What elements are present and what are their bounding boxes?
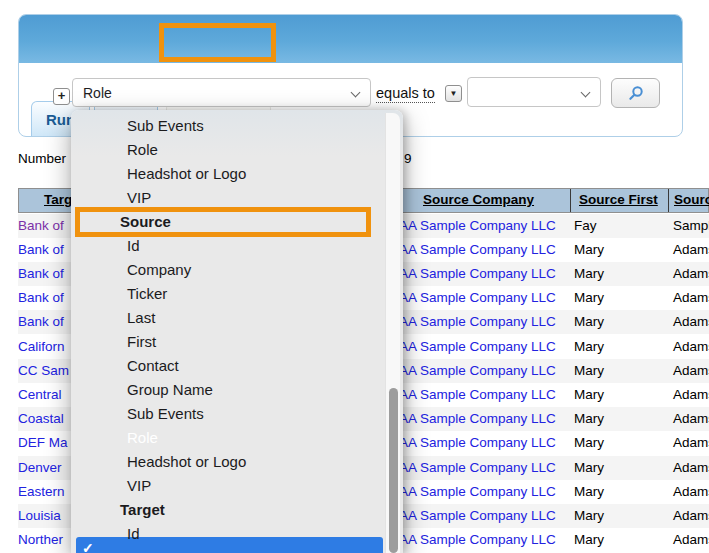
dropdown-group-source: Source xyxy=(71,210,385,234)
source-company-link[interactable]: AA Sample Company LLC xyxy=(399,387,556,402)
checkmark-icon: ✓ xyxy=(82,537,102,553)
source-last-cell: Adams xyxy=(673,314,709,329)
source-company-link[interactable]: AA Sample Company LLC xyxy=(399,290,556,305)
source-company-link[interactable]: AA Sample Company LLC xyxy=(399,363,556,378)
source-company-link[interactable]: AA Sample Company LLC xyxy=(399,435,556,450)
source-first-cell: Mary xyxy=(574,411,604,426)
dropdown-item-last[interactable]: Last xyxy=(71,306,385,330)
filter-field-select[interactable]: Role xyxy=(72,78,371,107)
target-company-link[interactable]: Central xyxy=(18,387,62,402)
source-company-link[interactable]: AA Sample Company LLC xyxy=(399,242,556,257)
target-company-link[interactable]: Bank of xyxy=(18,290,64,305)
source-company-link[interactable]: AA Sample Company LLC xyxy=(399,460,556,475)
target-company-link[interactable]: CC Sam xyxy=(18,363,69,378)
source-company-link[interactable]: AA Sample Company LLC xyxy=(399,266,556,281)
source-last-cell: Adams xyxy=(673,387,709,402)
search-button[interactable] xyxy=(611,78,660,108)
header-divider xyxy=(570,189,571,212)
add-filter-button[interactable]: + xyxy=(53,88,70,105)
source-company-link[interactable]: AA Sample Company LLC xyxy=(399,218,556,233)
source-first-cell: Mary xyxy=(574,290,604,305)
record-count-value: 9 xyxy=(404,151,412,166)
source-last-cell: Adams xyxy=(673,242,709,257)
target-company-link[interactable]: DEF Ma xyxy=(18,435,68,450)
source-first-cell: Mary xyxy=(574,242,604,257)
source-first-cell: Mary xyxy=(574,508,604,523)
filter-field-dropdown-menu: ✓ Sub EventsRoleHeadshot or LogoVIPSourc… xyxy=(71,110,403,553)
operator-menu-button[interactable]: ▼ xyxy=(445,85,462,102)
source-last-cell: Adams xyxy=(673,484,709,499)
source-first-cell: Mary xyxy=(574,266,604,281)
target-company-link[interactable]: Bank of xyxy=(18,242,64,257)
tab-band xyxy=(19,15,682,63)
source-first-cell: Mary xyxy=(574,532,604,547)
dropdown-group-target: Target xyxy=(71,498,385,522)
target-company-link[interactable]: Bank of xyxy=(18,314,64,329)
target-company-link[interactable]: Bank of xyxy=(18,266,64,281)
dropdown-scrollbar-thumb[interactable] xyxy=(389,388,398,553)
filter-field-value: Role xyxy=(83,85,112,101)
dropdown-item-vip[interactable]: VIP xyxy=(71,474,385,498)
operator-label[interactable]: equals to xyxy=(376,85,435,103)
source-company-link[interactable]: AA Sample Company LLC xyxy=(399,411,556,426)
chevron-down-icon xyxy=(581,88,591,98)
screen: Run Limits Sub-Filter + Role equals to ▼… xyxy=(0,0,709,553)
target-company-link[interactable]: Louisia xyxy=(18,508,61,523)
source-company-link[interactable]: AA Sample Company LLC xyxy=(399,339,556,354)
source-company-link[interactable]: AA Sample Company LLC xyxy=(399,314,556,329)
record-count-label: Number xyxy=(18,151,66,166)
source-company-link[interactable]: AA Sample Company LLC xyxy=(399,532,556,547)
dropdown-item-vip[interactable]: VIP xyxy=(71,186,385,210)
target-company-link[interactable]: Denver xyxy=(18,460,62,475)
source-first-cell: Mary xyxy=(574,339,604,354)
header-divider xyxy=(668,189,669,212)
dropdown-item-contact[interactable]: Contact xyxy=(71,354,385,378)
dropdown-item-id[interactable]: Id xyxy=(71,234,385,258)
source-company-link[interactable]: AA Sample Company LLC xyxy=(399,484,556,499)
dropdown-item-sub-events[interactable]: Sub Events xyxy=(71,402,385,426)
target-company-link[interactable]: Californ xyxy=(18,339,65,354)
dropdown-item-sub-events[interactable]: Sub Events xyxy=(71,114,385,138)
source-first-cell: Mary xyxy=(574,435,604,450)
dropdown-item-group-name[interactable]: Group Name xyxy=(71,378,385,402)
target-company-link[interactable]: Bank of xyxy=(18,218,64,233)
source-last-cell: Adams xyxy=(673,435,709,450)
source-last-cell: Adams xyxy=(673,339,709,354)
target-company-link[interactable]: Norther xyxy=(18,532,63,547)
dropdown-item-headshot-or-logo[interactable]: Headshot or Logo xyxy=(71,162,385,186)
target-company-link[interactable]: Coastal xyxy=(18,411,64,426)
source-last-cell: Adams xyxy=(673,266,709,281)
source-first-cell: Mary xyxy=(574,484,604,499)
source-first-cell: Fay xyxy=(574,218,597,233)
source-last-cell: Sample xyxy=(673,218,709,233)
dropdown-item-id[interactable]: Id xyxy=(71,522,385,546)
source-first-cell: Mary xyxy=(574,363,604,378)
source-company-link[interactable]: AA Sample Company LLC xyxy=(399,508,556,523)
source-last-cell: Adams xyxy=(673,508,709,523)
dropdown-scrollbar-track[interactable] xyxy=(385,113,400,553)
search-icon xyxy=(627,85,644,102)
source-first-cell: Mary xyxy=(574,460,604,475)
column-header-source-first[interactable]: Source First xyxy=(579,192,658,207)
chevron-down-icon xyxy=(351,88,361,98)
target-company-link[interactable]: Eastern xyxy=(18,484,65,499)
source-last-cell: Adams xyxy=(673,532,709,547)
source-last-cell: Adams xyxy=(673,290,709,305)
source-last-cell: Adams xyxy=(673,411,709,426)
source-last-cell: Adams xyxy=(673,363,709,378)
source-first-cell: Mary xyxy=(574,314,604,329)
column-header-source-last[interactable]: Source xyxy=(674,192,709,207)
dropdown-item-first[interactable]: First xyxy=(71,330,385,354)
source-last-cell: Adams xyxy=(673,460,709,475)
column-header-source-company[interactable]: Source Company xyxy=(423,192,534,207)
down-triangle-icon: ▼ xyxy=(450,89,458,98)
filter-value-select[interactable] xyxy=(467,77,601,107)
dropdown-item-role[interactable]: Role xyxy=(71,426,385,450)
source-first-cell: Mary xyxy=(574,387,604,402)
dropdown-item-headshot-or-logo[interactable]: Headshot or Logo xyxy=(71,450,385,474)
dropdown-item-role[interactable]: Role xyxy=(71,138,385,162)
dropdown-item-ticker[interactable]: Ticker xyxy=(71,282,385,306)
dropdown-item-company[interactable]: Company xyxy=(71,258,385,282)
